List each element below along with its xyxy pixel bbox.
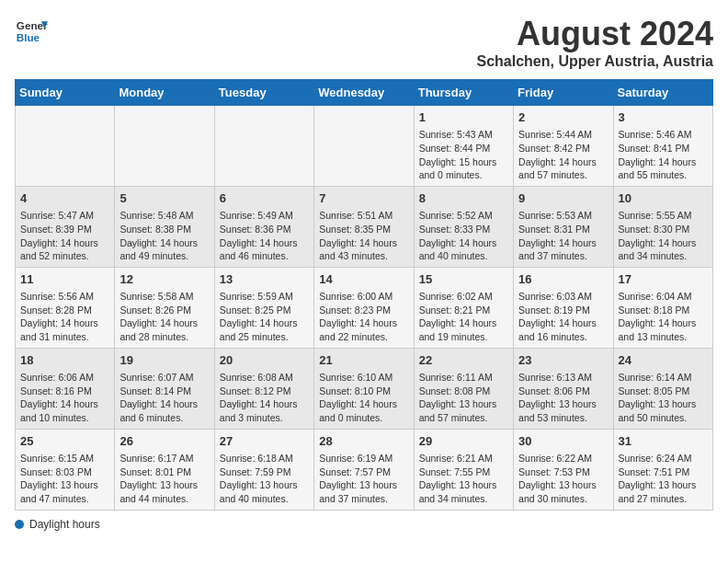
day-info: Sunrise: 6:17 AMSunset: 8:01 PMDaylight:…: [119, 452, 209, 506]
day-number: 10: [619, 190, 708, 207]
day-number: 17: [619, 271, 708, 288]
day-info: Sunrise: 6:21 AMSunset: 7:55 PMDaylight:…: [419, 452, 508, 506]
svg-text:General: General: [17, 19, 48, 31]
calendar-cell: 20Sunrise: 6:08 AMSunset: 8:12 PMDayligh…: [214, 348, 313, 429]
day-number: 14: [319, 271, 408, 288]
calendar-cell: 13Sunrise: 5:59 AMSunset: 8:25 PMDayligh…: [214, 267, 313, 348]
day-number: 19: [119, 352, 209, 369]
logo: General Blue: [15, 15, 48, 48]
calendar-cell: 7Sunrise: 5:51 AMSunset: 8:35 PMDaylight…: [314, 186, 414, 267]
day-number: 16: [518, 271, 608, 288]
day-info: Sunrise: 6:19 AMSunset: 7:57 PMDaylight:…: [319, 452, 408, 506]
day-info: Sunrise: 5:58 AMSunset: 8:26 PMDaylight:…: [119, 290, 209, 344]
footer-note: Daylight hours: [15, 518, 713, 531]
day-number: 1: [419, 109, 508, 126]
calendar-cell: 16Sunrise: 6:03 AMSunset: 8:19 PMDayligh…: [514, 267, 613, 348]
calendar-cell: 1Sunrise: 5:43 AMSunset: 8:44 PMDaylight…: [414, 106, 513, 187]
day-info: Sunrise: 6:00 AMSunset: 8:23 PMDaylight:…: [319, 290, 408, 344]
weekday-header: Saturday: [613, 80, 712, 106]
calendar-cell: 18Sunrise: 6:06 AMSunset: 8:16 PMDayligh…: [16, 348, 115, 429]
day-info: Sunrise: 5:49 AMSunset: 8:36 PMDaylight:…: [220, 209, 309, 263]
calendar-cell: 12Sunrise: 5:58 AMSunset: 8:26 PMDayligh…: [115, 267, 214, 348]
day-number: 31: [619, 433, 708, 450]
day-number: 28: [319, 433, 408, 450]
calendar-cell: 4Sunrise: 5:47 AMSunset: 8:39 PMDaylight…: [16, 186, 115, 267]
day-number: 4: [20, 190, 109, 207]
calendar-cell: [314, 106, 414, 187]
calendar-cell: 10Sunrise: 5:55 AMSunset: 8:30 PMDayligh…: [613, 186, 712, 267]
day-number: 21: [319, 352, 408, 369]
day-number: 7: [319, 190, 408, 207]
calendar-cell: 21Sunrise: 6:10 AMSunset: 8:10 PMDayligh…: [314, 348, 414, 429]
calendar-cell: [115, 106, 214, 187]
day-info: Sunrise: 6:15 AMSunset: 8:03 PMDaylight:…: [20, 452, 109, 506]
day-info: Sunrise: 6:22 AMSunset: 7:53 PMDaylight:…: [518, 452, 608, 506]
day-info: Sunrise: 6:18 AMSunset: 7:59 PMDaylight:…: [220, 452, 309, 506]
calendar-cell: 2Sunrise: 5:44 AMSunset: 8:42 PMDaylight…: [514, 106, 613, 187]
day-info: Sunrise: 5:46 AMSunset: 8:41 PMDaylight:…: [619, 128, 708, 182]
calendar-cell: 22Sunrise: 6:11 AMSunset: 8:08 PMDayligh…: [414, 348, 513, 429]
day-info: Sunrise: 6:14 AMSunset: 8:05 PMDaylight:…: [619, 371, 708, 425]
weekday-header: Friday: [514, 80, 613, 106]
calendar-table: SundayMondayTuesdayWednesdayThursdayFrid…: [15, 79, 713, 511]
calendar-cell: 5Sunrise: 5:48 AMSunset: 8:38 PMDaylight…: [115, 186, 214, 267]
day-info: Sunrise: 5:55 AMSunset: 8:30 PMDaylight:…: [619, 209, 708, 263]
calendar-cell: 29Sunrise: 6:21 AMSunset: 7:55 PMDayligh…: [414, 429, 513, 510]
calendar-cell: 31Sunrise: 6:24 AMSunset: 7:51 PMDayligh…: [613, 429, 712, 510]
day-info: Sunrise: 5:44 AMSunset: 8:42 PMDaylight:…: [518, 128, 608, 182]
day-number: 12: [119, 271, 209, 288]
calendar-cell: 19Sunrise: 6:07 AMSunset: 8:14 PMDayligh…: [115, 348, 214, 429]
weekday-header: Wednesday: [314, 80, 414, 106]
day-number: 23: [518, 352, 608, 369]
day-info: Sunrise: 5:43 AMSunset: 8:44 PMDaylight:…: [419, 128, 508, 182]
day-info: Sunrise: 5:56 AMSunset: 8:28 PMDaylight:…: [20, 290, 109, 344]
weekday-header: Thursday: [414, 80, 513, 106]
calendar-cell: 26Sunrise: 6:17 AMSunset: 8:01 PMDayligh…: [115, 429, 214, 510]
calendar-cell: 15Sunrise: 6:02 AMSunset: 8:21 PMDayligh…: [414, 267, 513, 348]
calendar-cell: 25Sunrise: 6:15 AMSunset: 8:03 PMDayligh…: [16, 429, 115, 510]
page-header: General Blue August 2024 Schalchen, Uppe…: [15, 15, 713, 70]
calendar-cell: 30Sunrise: 6:22 AMSunset: 7:53 PMDayligh…: [514, 429, 613, 510]
day-number: 11: [20, 271, 109, 288]
calendar-cell: 17Sunrise: 6:04 AMSunset: 8:18 PMDayligh…: [613, 267, 712, 348]
calendar-cell: 28Sunrise: 6:19 AMSunset: 7:57 PMDayligh…: [314, 429, 414, 510]
day-info: Sunrise: 6:03 AMSunset: 8:19 PMDaylight:…: [518, 290, 608, 344]
day-number: 9: [518, 190, 608, 207]
day-info: Sunrise: 6:04 AMSunset: 8:18 PMDaylight:…: [619, 290, 708, 344]
day-info: Sunrise: 6:06 AMSunset: 8:16 PMDaylight:…: [20, 371, 109, 425]
day-info: Sunrise: 5:51 AMSunset: 8:35 PMDaylight:…: [319, 209, 408, 263]
day-info: Sunrise: 5:52 AMSunset: 8:33 PMDaylight:…: [419, 209, 508, 263]
logo-icon: General Blue: [15, 15, 48, 48]
calendar-cell: 9Sunrise: 5:53 AMSunset: 8:31 PMDaylight…: [514, 186, 613, 267]
day-info: Sunrise: 5:48 AMSunset: 8:38 PMDaylight:…: [119, 209, 209, 263]
calendar-cell: 11Sunrise: 5:56 AMSunset: 8:28 PMDayligh…: [16, 267, 115, 348]
day-info: Sunrise: 6:13 AMSunset: 8:06 PMDaylight:…: [518, 371, 608, 425]
calendar-cell: 23Sunrise: 6:13 AMSunset: 8:06 PMDayligh…: [514, 348, 613, 429]
day-info: Sunrise: 5:59 AMSunset: 8:25 PMDaylight:…: [220, 290, 309, 344]
calendar-cell: 3Sunrise: 5:46 AMSunset: 8:41 PMDaylight…: [613, 106, 712, 187]
day-info: Sunrise: 6:11 AMSunset: 8:08 PMDaylight:…: [419, 371, 508, 425]
day-number: 8: [419, 190, 508, 207]
day-number: 13: [220, 271, 309, 288]
day-number: 25: [20, 433, 109, 450]
calendar-cell: 24Sunrise: 6:14 AMSunset: 8:05 PMDayligh…: [613, 348, 712, 429]
day-info: Sunrise: 6:24 AMSunset: 7:51 PMDaylight:…: [619, 452, 708, 506]
day-number: 29: [419, 433, 508, 450]
day-info: Sunrise: 6:02 AMSunset: 8:21 PMDaylight:…: [419, 290, 508, 344]
day-number: 15: [419, 271, 508, 288]
day-info: Sunrise: 6:10 AMSunset: 8:10 PMDaylight:…: [319, 371, 408, 425]
day-number: 24: [619, 352, 708, 369]
calendar-cell: [16, 106, 115, 187]
calendar-header: SundayMondayTuesdayWednesdayThursdayFrid…: [16, 80, 713, 106]
daylight-dot: [15, 520, 24, 529]
calendar-cell: 8Sunrise: 5:52 AMSunset: 8:33 PMDaylight…: [414, 186, 513, 267]
day-info: Sunrise: 6:07 AMSunset: 8:14 PMDaylight:…: [119, 371, 209, 425]
day-number: 6: [220, 190, 309, 207]
calendar-cell: 27Sunrise: 6:18 AMSunset: 7:59 PMDayligh…: [214, 429, 313, 510]
main-title: August 2024: [476, 15, 713, 53]
subtitle: Schalchen, Upper Austria, Austria: [476, 53, 713, 70]
weekday-header: Sunday: [16, 80, 115, 106]
day-number: 20: [220, 352, 309, 369]
day-info: Sunrise: 5:53 AMSunset: 8:31 PMDaylight:…: [518, 209, 608, 263]
day-number: 26: [119, 433, 209, 450]
